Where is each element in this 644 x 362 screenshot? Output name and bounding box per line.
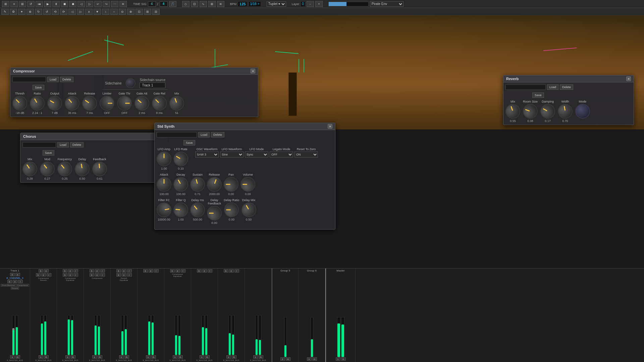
btn-record[interactable]: ⏺ (69, 1, 76, 7)
chorus-knob-mod-ctrl[interactable] (37, 159, 58, 179)
master-s-btn[interactable]: s (336, 357, 340, 361)
tool-5[interactable]: ↻ (35, 9, 42, 15)
ch10-fader[interactable] (255, 315, 258, 355)
ch8-m-btn[interactable]: m (205, 355, 210, 359)
btn-2[interactable]: ≡ (10, 1, 18, 7)
lfo-waveform-select[interactable]: Sine (220, 152, 244, 158)
reverb-preset-input[interactable]: Preset 5 (505, 84, 546, 90)
ch8-s-btn[interactable]: s (200, 355, 204, 359)
reverb-close-btn[interactable]: ✕ (626, 76, 631, 81)
ch2-r-btn[interactable]: r (47, 273, 51, 277)
master-fader-l[interactable] (337, 317, 340, 357)
btn-stop[interactable]: ⏹ (61, 1, 68, 7)
synth-release-ctrl[interactable] (205, 175, 224, 194)
ch7-fader[interactable] (175, 315, 177, 355)
g6-s-btn[interactable]: s (307, 357, 312, 361)
ch5-e2-btn[interactable]: e (122, 273, 126, 277)
chorus-preset-input[interactable]: Preset 6 (22, 142, 56, 147)
reverb-knob-damp-ctrl[interactable] (538, 101, 558, 121)
ch7-fader2[interactable] (178, 315, 181, 355)
btn-6[interactable]: ▷ (86, 1, 93, 7)
sidechaine-source-value[interactable]: Track 1 (140, 82, 165, 88)
knob-gate-thr-ctrl[interactable] (117, 96, 132, 111)
reverb-header[interactable]: Reverb ✕ (503, 75, 634, 82)
ch1-e2-btn[interactable]: e (13, 280, 17, 283)
knob-attack-ctrl[interactable] (62, 93, 83, 114)
progress-bar-container[interactable] (328, 2, 369, 6)
btn-15[interactable]: ≋ (217, 1, 224, 7)
ch6-e-btn[interactable]: e (149, 269, 153, 273)
master-m-btn[interactable]: m (341, 357, 346, 361)
btn-3[interactable]: ⊞ (19, 1, 26, 7)
master-fader-r[interactable] (341, 317, 344, 357)
synth-lfo-rate-ctrl[interactable] (171, 149, 191, 169)
ch6-b-btn[interactable]: b (143, 269, 148, 273)
ch9-e-btn[interactable]: e (229, 269, 234, 273)
layer-minus[interactable]: - (307, 1, 314, 7)
chorus-delete-btn[interactable]: Delete (70, 142, 84, 147)
fraction-display[interactable]: 1/16 + (249, 1, 261, 7)
ch3-r-btn[interactable]: r (73, 269, 78, 273)
ch2-e-btn[interactable]: e (44, 269, 49, 273)
tool-14[interactable]: ↔ (110, 9, 118, 15)
ch4-m-btn[interactable]: m (98, 355, 102, 359)
synth-load-btn[interactable]: Load (198, 132, 210, 137)
ch2-e2-btn[interactable]: e (41, 273, 46, 277)
reverb-knob-mix-ctrl[interactable] (503, 102, 522, 121)
g5-s-btn[interactable]: s (280, 357, 285, 361)
ch3-b-btn[interactable]: b (63, 269, 67, 273)
chorus-knob-feedback-ctrl[interactable] (92, 161, 108, 177)
ch7-s-btn[interactable]: s (173, 355, 177, 359)
compressor-delete-btn[interactable]: Delete (60, 77, 73, 82)
compressor-header[interactable]: Compressor ✕ (10, 68, 258, 75)
synth-delay-ratio-ctrl[interactable] (224, 202, 239, 217)
synth-preset-input[interactable]: Preset 1 (157, 132, 197, 137)
ch7-e-btn[interactable]: e (175, 269, 180, 273)
g5-m-btn[interactable]: m (286, 357, 290, 361)
knob-limiter-ctrl[interactable] (100, 96, 114, 111)
g6-m-btn[interactable]: m (312, 357, 317, 361)
tool-18[interactable]: ⊞ (144, 9, 151, 15)
btn-pause[interactable]: ⏸ (52, 1, 60, 7)
time-sig-btn[interactable]: 🎵 (169, 1, 176, 7)
layer-plus[interactable]: + (315, 1, 323, 7)
knob-mix-ctrl[interactable] (167, 94, 186, 113)
synth-delay-mix-ctrl[interactable] (238, 200, 259, 220)
time-sig-den[interactable] (160, 1, 168, 7)
chorus-load-btn[interactable]: Load (57, 142, 69, 147)
ch8-e-btn[interactable]: e (202, 269, 207, 273)
chorus-save-btn[interactable]: Save (43, 150, 54, 156)
tuplet-select[interactable]: Tuplet ▾ (267, 1, 286, 7)
ch4-r-btn[interactable]: r (100, 269, 105, 273)
compressor-preset-input[interactable]: Preset 3 (12, 77, 46, 82)
ch8-fader[interactable] (202, 315, 204, 355)
synth-filter-q-ctrl[interactable] (173, 202, 189, 218)
tool-11[interactable]: ∧ (85, 9, 93, 15)
synth-decay-ctrl[interactable] (171, 174, 191, 194)
ch3-m-btn[interactable]: m (71, 355, 75, 359)
ch5-fader2[interactable] (124, 315, 127, 355)
g6-fader[interactable] (311, 317, 313, 357)
ch5-m-btn[interactable]: m (124, 355, 129, 359)
btn-8[interactable]: ↪ (103, 1, 110, 7)
ch4-s-btn[interactable]: s (92, 355, 97, 359)
tool-19[interactable]: ⊟ (152, 9, 160, 15)
ch5-r2-btn[interactable]: r (127, 273, 132, 277)
btn-1[interactable]: ⊞ (2, 1, 9, 7)
ch4-fader[interactable] (94, 315, 97, 355)
osc-waveform-select[interactable]: SAW 3 (195, 152, 219, 158)
ch4-r2-btn[interactable]: r (100, 273, 105, 277)
tool-7[interactable]: ⟲ (52, 9, 59, 15)
channel-1-fader[interactable] (12, 315, 15, 355)
ch9-r-btn[interactable]: r (234, 269, 239, 273)
ch5-fader[interactable] (121, 315, 124, 355)
ch1-s-btn[interactable]: s (10, 355, 15, 359)
ch3-r2-btn[interactable]: r (73, 273, 78, 277)
channel-1-fader2[interactable] (15, 315, 18, 355)
tool-6[interactable]: ↺ (43, 9, 51, 15)
tool-4[interactable]: ⊕ (26, 9, 34, 15)
ch2-s-btn[interactable]: s (39, 355, 43, 359)
btn-11[interactable]: ◇ (182, 1, 190, 7)
knob-ratio-ctrl[interactable] (27, 93, 47, 113)
knob-output-ctrl[interactable] (45, 93, 65, 113)
